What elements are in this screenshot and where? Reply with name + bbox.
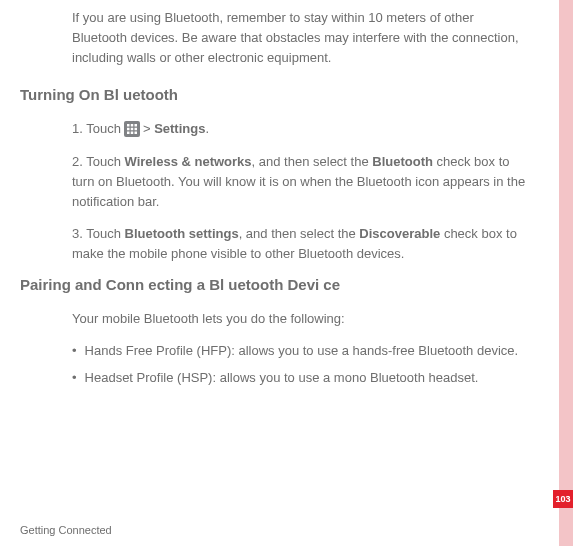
step-3-prefix: 3. Touch: [72, 226, 125, 241]
page-number: 103: [555, 494, 570, 504]
step-1: 1. Touch > Settings.: [72, 119, 528, 139]
heading-turning-on-bluetooth: Turning On Bl uetooth: [20, 86, 528, 103]
apps-grid-icon: [124, 121, 140, 137]
svg-rect-4: [131, 128, 134, 131]
step-1-period: .: [205, 119, 209, 139]
page-footer: Getting Connected: [20, 520, 573, 540]
step-1-gt: >: [143, 119, 151, 139]
step-1-settings: Settings: [154, 119, 205, 139]
svg-rect-8: [134, 132, 137, 135]
page-number-tab: 103: [553, 490, 573, 508]
svg-rect-0: [127, 124, 130, 127]
step-3: 3. Touch Bluetooth settings, and then se…: [72, 224, 528, 264]
bullet-hfp-text: Hands Free Profile (HFP): allows you to …: [85, 341, 519, 361]
bullet-marker: •: [72, 341, 77, 361]
svg-rect-7: [131, 132, 134, 135]
step-3-bold1: Bluetooth settings: [125, 226, 239, 241]
footer-section-title: Getting Connected: [20, 524, 112, 536]
step-2-mid1: , and then select the: [252, 154, 373, 169]
bullet-hfp: • Hands Free Profile (HFP): allows you t…: [72, 341, 528, 361]
bullet-hsp: • Headset Profile (HSP): allows you to u…: [72, 368, 528, 388]
step-1-prefix: 1. Touch: [72, 119, 121, 139]
svg-rect-5: [134, 128, 137, 131]
heading-pairing: Pairing and Conn ecting a Bl uetooth Dev…: [20, 276, 528, 293]
svg-rect-6: [127, 132, 130, 135]
bullet-hsp-text: Headset Profile (HSP): allows you to use…: [85, 368, 479, 388]
svg-rect-3: [127, 128, 130, 131]
step-2-prefix: 2. Touch: [72, 154, 125, 169]
side-color-bar: [559, 0, 573, 546]
intro-paragraph: If you are using Bluetooth, remember to …: [72, 8, 528, 68]
step-3-mid1: , and then select the: [239, 226, 360, 241]
pairing-intro: Your mobile Bluetooth lets you do the fo…: [72, 309, 528, 329]
step-2-bold2: Bluetooth: [372, 154, 433, 169]
step-2-bold1: Wireless & networks: [125, 154, 252, 169]
svg-rect-1: [131, 124, 134, 127]
step-3-bold2: Discoverable: [359, 226, 440, 241]
svg-rect-2: [134, 124, 137, 127]
bullet-marker: •: [72, 368, 77, 388]
step-2: 2. Touch Wireless & networks, and then s…: [72, 152, 528, 212]
